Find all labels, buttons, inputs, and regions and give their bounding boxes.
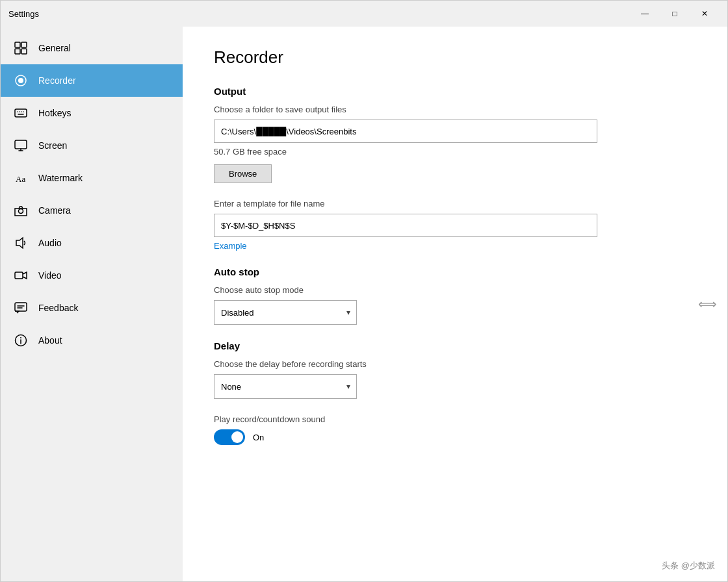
toggle-knob <box>231 431 243 443</box>
screen-icon <box>14 138 28 153</box>
sound-section: Play record/countdown sound On <box>214 414 696 445</box>
sound-toggle[interactable] <box>214 429 245 445</box>
watermark-icon: Aa <box>14 171 28 185</box>
sidebar-video-label: Video <box>38 270 62 281</box>
svg-rect-0 <box>15 42 20 47</box>
sidebar-item-about[interactable]: About <box>1 324 183 357</box>
sound-toggle-row: On <box>214 429 696 445</box>
sidebar-item-camera[interactable]: Camera <box>1 194 183 227</box>
sidebar-watermark-label: Watermark <box>38 173 83 183</box>
svg-text:Aa: Aa <box>16 174 25 184</box>
folder-label: Choose a folder to save output files <box>214 105 696 114</box>
svg-rect-12 <box>15 140 27 149</box>
delay-dropdown-container: None 3 seconds 5 seconds 10 seconds ▾ <box>214 374 357 399</box>
sound-toggle-label: On <box>253 433 264 442</box>
hotkeys-icon <box>14 106 28 120</box>
output-section: Output Choose a folder to save output fi… <box>214 86 696 199</box>
folder-input[interactable] <box>214 120 597 143</box>
sidebar-item-audio[interactable]: Audio <box>1 227 183 259</box>
template-input[interactable] <box>214 214 597 237</box>
sidebar-camera-label: Camera <box>38 205 71 216</box>
svg-marker-17 <box>16 238 23 248</box>
sidebar-item-recorder[interactable]: Recorder <box>1 64 183 97</box>
free-space-label: 50.7 GB free space <box>214 147 696 157</box>
auto-stop-title: Auto stop <box>214 266 696 277</box>
svg-rect-1 <box>21 42 27 47</box>
window-controls: — □ ✕ <box>630 3 720 24</box>
svg-rect-2 <box>15 49 20 54</box>
sidebar-hotkeys-label: Hotkeys <box>38 108 72 118</box>
feedback-icon <box>14 301 28 315</box>
delay-section: Delay Choose the delay before recording … <box>214 340 696 399</box>
sidebar-item-video[interactable]: Video <box>1 259 183 292</box>
page-title: Recorder <box>214 47 696 68</box>
video-icon <box>14 268 28 283</box>
auto-stop-dropdown-container: Disabled Time limit File size limit ▾ <box>214 300 357 325</box>
svg-point-16 <box>19 209 23 214</box>
sidebar-item-feedback[interactable]: Feedback <box>1 292 183 324</box>
audio-icon <box>14 236 28 250</box>
close-button[interactable]: ✕ <box>690 3 720 24</box>
sidebar-screen-label: Screen <box>38 140 67 151</box>
titlebar: Settings — □ ✕ <box>1 1 727 27</box>
sidebar-general-label: General <box>38 43 71 53</box>
sidebar-about-label: About <box>38 335 62 346</box>
svg-point-24 <box>20 337 21 338</box>
watermark: 头条 @少数派 <box>662 560 715 572</box>
svg-rect-19 <box>15 303 27 311</box>
content-area: Recorder Output Choose a folder to save … <box>183 27 727 581</box>
svg-point-5 <box>18 78 23 83</box>
about-icon <box>14 333 28 348</box>
auto-stop-label: Choose auto stop mode <box>214 285 696 295</box>
app-window: Settings — □ ✕ General Recorder <box>0 0 728 582</box>
auto-stop-section: Auto stop Choose auto stop mode Disabled… <box>214 266 696 325</box>
main-layout: General Recorder Hotkeys Screen <box>1 27 727 581</box>
maximize-button[interactable]: □ <box>660 3 690 24</box>
output-title: Output <box>214 86 696 97</box>
delay-label: Choose the delay before recording starts <box>214 359 696 369</box>
resize-handle[interactable]: ⟺ <box>698 296 717 312</box>
recorder-icon <box>14 73 28 88</box>
auto-stop-dropdown[interactable]: Disabled Time limit File size limit <box>214 300 357 325</box>
sidebar-item-screen[interactable]: Screen <box>1 129 183 162</box>
general-icon <box>14 41 28 55</box>
sidebar-item-watermark[interactable]: Aa Watermark <box>1 162 183 194</box>
sidebar-audio-label: Audio <box>38 238 62 248</box>
delay-title: Delay <box>214 340 696 351</box>
sidebar-feedback-label: Feedback <box>38 303 78 313</box>
window-title: Settings <box>8 9 630 19</box>
template-label: Enter a template for file name <box>214 199 696 209</box>
minimize-button[interactable]: — <box>630 3 660 24</box>
svg-rect-3 <box>21 49 27 54</box>
browse-button[interactable]: Browse <box>214 164 272 183</box>
svg-rect-18 <box>15 272 23 279</box>
example-link[interactable]: Example <box>214 241 696 251</box>
camera-icon <box>14 203 28 218</box>
template-section: Enter a template for file name Example <box>214 199 696 251</box>
sidebar-recorder-label: Recorder <box>38 75 76 86</box>
sidebar: General Recorder Hotkeys Screen <box>1 27 183 581</box>
sound-label: Play record/countdown sound <box>214 414 696 424</box>
sidebar-item-hotkeys[interactable]: Hotkeys <box>1 97 183 129</box>
svg-rect-6 <box>15 109 27 117</box>
delay-dropdown[interactable]: None 3 seconds 5 seconds 10 seconds <box>214 374 357 399</box>
sidebar-item-general[interactable]: General <box>1 32 183 64</box>
